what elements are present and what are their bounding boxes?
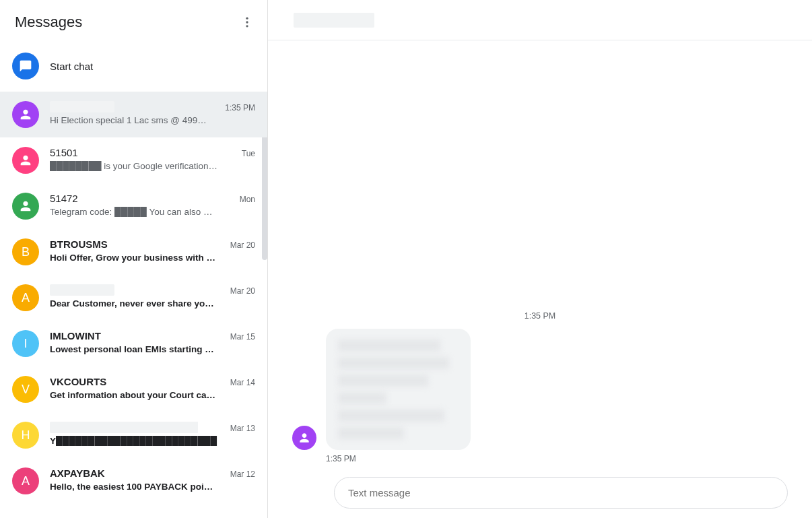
main-pane: 1:35 PM 1:35 PM — [268, 0, 812, 518]
conversation-item[interactable]: 51472MonTelegram code: █████ You can als… — [0, 183, 267, 229]
conversation-item[interactable]: IIMLOWINTMar 15Lowest personal loan EMIs… — [0, 321, 267, 366]
conversation-item[interactable]: A█████████Mar 20Dear Customer, never eve… — [0, 275, 267, 321]
page-title: Messages — [15, 13, 82, 31]
conversation-time: Mar 12 — [230, 470, 255, 479]
svg-point-1 — [246, 21, 248, 23]
conversation-name: BTROUSMS — [50, 238, 108, 250]
avatar — [12, 101, 39, 128]
conversation-time: Tue — [242, 149, 255, 158]
start-chat-label: Start chat — [50, 61, 93, 72]
conversation-name: █████████ — [50, 284, 114, 296]
compose-area — [268, 470, 812, 518]
conversation-item[interactable]: BBTROUSMSMar 20Holi Offer, Grow your bus… — [0, 229, 267, 275]
conversation-name: █████████ — [50, 101, 114, 112]
message-timestamp: 1:35 PM — [326, 454, 788, 463]
message-bubble — [326, 329, 471, 450]
conversation-title — [294, 13, 374, 28]
conversation-name: IMLOWINT — [50, 330, 101, 342]
conversation-preview: Hi Election special 1 Lac sms @ 499… — [50, 115, 245, 125]
conversation-name: 51472 — [50, 193, 78, 204]
group-timestamp: 1:35 PM — [292, 311, 788, 321]
conversation-time: Mar 20 — [230, 286, 255, 296]
conversation-preview: Hello, the easiest 100 PAYBACK poi… — [50, 482, 245, 492]
sender-avatar[interactable] — [292, 426, 316, 450]
conversation-time: Mar 14 — [230, 378, 255, 387]
conversation-time: Mar 20 — [230, 240, 255, 250]
conversation-list[interactable]: █████████1:35 PMHi Election special 1 La… — [0, 92, 267, 518]
message-input[interactable] — [334, 477, 788, 509]
start-chat-button[interactable]: Start chat — [0, 44, 267, 92]
svg-point-2 — [246, 25, 248, 27]
conversation-body: BTROUSMSMar 20Holi Offer, Grow your busi… — [50, 238, 255, 263]
conversation-time: Mar 13 — [230, 424, 255, 433]
avatar: A — [12, 284, 39, 311]
conversation-preview: Dear Customer, never ever share yo… — [50, 298, 245, 309]
conversation-name: VKCOURTS — [50, 376, 106, 387]
conversation-name: H██████████████████████ — [50, 422, 198, 433]
conversation-time: 1:35 PM — [225, 103, 255, 112]
avatar: I — [12, 330, 39, 357]
conversation-item[interactable]: █████████1:35 PMHi Election special 1 La… — [0, 92, 267, 137]
sidebar-header: Messages — [0, 0, 267, 44]
conversation-preview: Y█████████████████████████ — [50, 436, 245, 446]
conversation-item[interactable]: AAXPAYBAKMar 12Hello, the easiest 100 PA… — [0, 458, 267, 504]
message-thread[interactable]: 1:35 PM 1:35 PM — [268, 40, 812, 470]
conversation-body: 51472MonTelegram code: █████ You can als… — [50, 193, 255, 217]
conversation-name: AXPAYBAK — [50, 467, 105, 479]
conversation-header — [268, 0, 812, 40]
conversation-name: 51501 — [50, 147, 78, 158]
conversation-item[interactable]: 51501Tue████████ is your Google verifica… — [0, 137, 267, 183]
avatar: A — [12, 467, 39, 494]
incoming-message — [292, 329, 788, 450]
avatar: V — [12, 376, 39, 403]
sidebar: Messages Start chat █████████1:35 PMHi E… — [0, 0, 268, 518]
conversation-preview: Telegram code: █████ You can also … — [50, 207, 245, 217]
conversation-preview: Get information about your Court ca… — [50, 390, 245, 400]
chat-icon — [12, 53, 39, 79]
more-vert-icon[interactable] — [239, 14, 255, 30]
conversation-body: H██████████████████████Mar 13Y██████████… — [50, 422, 255, 446]
conversation-preview: ████████ is your Google verification… — [50, 161, 245, 171]
conversation-body: AXPAYBAKMar 12Hello, the easiest 100 PAY… — [50, 467, 255, 492]
conversation-preview: Holi Offer, Grow your business with … — [50, 253, 245, 263]
avatar: H — [12, 422, 39, 449]
conversation-body: VKCOURTSMar 14Get information about your… — [50, 376, 255, 400]
conversation-item[interactable]: VVKCOURTSMar 14Get information about you… — [0, 366, 267, 412]
svg-point-0 — [246, 18, 248, 20]
avatar: B — [12, 238, 39, 265]
avatar — [12, 147, 39, 174]
conversation-item[interactable]: HH██████████████████████Mar 13Y█████████… — [0, 412, 267, 458]
conversation-body: █████████Mar 20Dear Customer, never ever… — [50, 284, 255, 309]
conversation-time: Mar 15 — [230, 332, 255, 342]
avatar — [12, 193, 39, 220]
conversation-time: Mon — [240, 195, 255, 204]
conversation-preview: Lowest personal loan EMIs starting … — [50, 344, 245, 354]
conversation-body: IMLOWINTMar 15Lowest personal loan EMIs … — [50, 330, 255, 354]
conversation-body: █████████1:35 PMHi Election special 1 La… — [50, 101, 255, 125]
conversation-body: 51501Tue████████ is your Google verifica… — [50, 147, 255, 171]
